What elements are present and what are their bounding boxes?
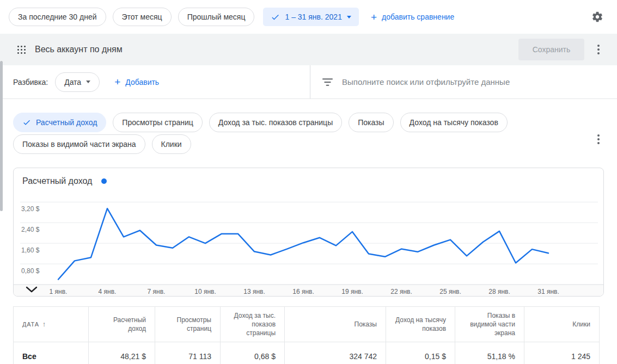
table-total-row: Все 48,21 $71 1130,68 $324 7420,15 $51,1… [14, 342, 600, 364]
x-axis-tick-label: 4 янв. [99, 288, 117, 295]
date-range-toolbar: За последние 30 днейЭтот месяцПрошлый ме… [0, 0, 617, 34]
drag-grid-icon [16, 45, 27, 55]
plus-icon: + [114, 77, 120, 87]
settings-button[interactable] [589, 8, 606, 26]
metric-chip[interactable]: Просмотры страниц [113, 113, 202, 132]
table-cell-value: 48,21 $ [89, 342, 155, 364]
table-cell-value: 1 245 [524, 342, 600, 364]
chevron-down-icon [86, 81, 90, 83]
selected-date-range-label: 1 – 31 янв. 2021 [285, 13, 342, 21]
kebab-icon [597, 45, 600, 47]
x-axis-tick-label: 1 янв. [50, 288, 68, 295]
table-cell-value: 0,15 $ [386, 342, 455, 364]
chevron-down-icon [347, 16, 351, 18]
add-breakdown-button[interactable]: + Добавить [114, 77, 159, 87]
date-range-button[interactable]: Этот месяц [113, 8, 172, 26]
check-icon [271, 13, 280, 22]
report-header: Весь аккаунт по дням Сохранить [0, 34, 617, 65]
chart-title: Расчетный доход [22, 176, 92, 186]
breakdown-and-filter-row: Разбивка: Дата + Добавить [0, 65, 617, 99]
metric-chip[interactable]: Доход за тыс. показов страницы [209, 113, 342, 132]
table-column-header[interactable]: Доход за тыс. показов страницы [221, 307, 285, 342]
table-cell-value: 324 742 [285, 342, 386, 364]
x-axis-tick-label: 7 янв. [148, 288, 166, 295]
date-range-button[interactable]: За последние 30 дней [9, 8, 106, 26]
table-header-row: ДАТА↑ Расчетный доходПросмотры страницДо… [14, 307, 600, 342]
save-button[interactable]: Сохранить [518, 39, 584, 60]
table-column-header[interactable]: Показы в видимой части экрана [455, 307, 524, 342]
table-cell-value: 0,68 $ [221, 342, 285, 364]
filter-icon [322, 78, 333, 87]
metric-chip[interactable]: Доход на тысячу показов [400, 113, 508, 132]
metric-chip[interactable]: Клики [152, 134, 191, 154]
metric-chip-group-1: Просмотры страницДоход за тыс. показов с… [113, 113, 508, 132]
x-axis-tick-label: 28 янв. [488, 288, 510, 295]
y-axis-tick-label: 1,60 $ [21, 246, 40, 254]
left-panel-scrollbar[interactable] [0, 61, 3, 211]
revenue-chart-card: Расчетный доход 0,80 $1,60 $2,40 $3,20 $… [13, 168, 604, 297]
breakdown-controls: Разбивка: Дата + Добавить [0, 65, 310, 98]
table-cell-value: 51,18 % [455, 342, 524, 364]
chips-more-menu-button[interactable] [592, 131, 605, 148]
chart-legend: Расчетный доход [22, 176, 107, 186]
x-axis-tick-label: 16 янв. [292, 288, 314, 295]
metric-chip-group-2: Показы в видимой части экранаКлики [13, 134, 191, 154]
table-cell-value: 71 113 [155, 342, 221, 364]
revenue-series-line [58, 208, 548, 279]
check-icon [22, 118, 31, 127]
report-more-menu-button[interactable] [592, 41, 605, 58]
table-column-header[interactable]: Доход на тысячу показов [386, 307, 455, 342]
table-column-header[interactable]: Показы [285, 307, 386, 342]
table-column-header[interactable]: Просмотры страниц [155, 307, 221, 342]
x-axis-tick-label: 10 янв. [194, 288, 216, 295]
y-axis-tick-label: 2,40 $ [21, 226, 40, 233]
table-column-header[interactable]: Клики [524, 307, 600, 342]
x-axis-tick-label: 19 янв. [341, 288, 363, 295]
x-axis-tick-label: 31 янв. [537, 288, 559, 295]
table-column-header[interactable]: Расчетный доход [89, 307, 155, 342]
selected-date-range-chip[interactable]: 1 – 31 янв. 2021 [263, 8, 359, 26]
x-axis-tick-label: 13 янв. [243, 288, 265, 295]
range-button-group: За последние 30 днейЭтот месяцПрошлый ме… [9, 8, 254, 26]
gear-icon [591, 11, 603, 23]
x-axis-tick-label: 25 янв. [439, 288, 461, 295]
metric-chip-row-1: Расчетный доход Просмотры страницДоход з… [13, 113, 508, 132]
date-range-button[interactable]: Прошлый месяц [178, 8, 255, 26]
report-title: Весь аккаунт по дням [35, 45, 123, 54]
breakdown-dimension-select[interactable]: Дата [55, 72, 100, 92]
revenue-line-chart: 0,80 $1,60 $2,40 $3,20 $1 янв.4 янв.7 ян… [14, 201, 603, 296]
metric-chip[interactable]: Показы [349, 113, 393, 132]
table-row-label: Все [14, 342, 89, 364]
table-header-date[interactable]: ДАТА↑ [14, 307, 89, 342]
metric-chip-section: Расчетный доход Просмотры страницДоход з… [0, 99, 617, 168]
search-input[interactable] [342, 77, 606, 87]
metric-chip-row-2: Показы в видимой части экранаКлики [13, 134, 191, 154]
plus-icon: + [371, 12, 377, 22]
sort-ascending-icon: ↑ [42, 320, 46, 328]
report-table: ДАТА↑ Расчетный доходПросмотры страницДо… [13, 306, 600, 364]
y-axis-tick-label: 3,20 $ [21, 205, 40, 213]
search-filter-area [310, 65, 617, 98]
kebab-icon [597, 134, 600, 137]
metric-chip[interactable]: Показы в видимой части экрана [13, 134, 145, 154]
y-axis-tick-label: 0,80 $ [21, 267, 40, 275]
add-comparison-button[interactable]: + добавить сравнение [371, 12, 454, 22]
metric-chip-selected[interactable]: Расчетный доход [13, 113, 106, 132]
breakdown-label: Разбивка: [13, 78, 48, 87]
series-legend-dot-icon [101, 178, 107, 184]
x-axis-tick-label: 22 янв. [390, 288, 412, 295]
